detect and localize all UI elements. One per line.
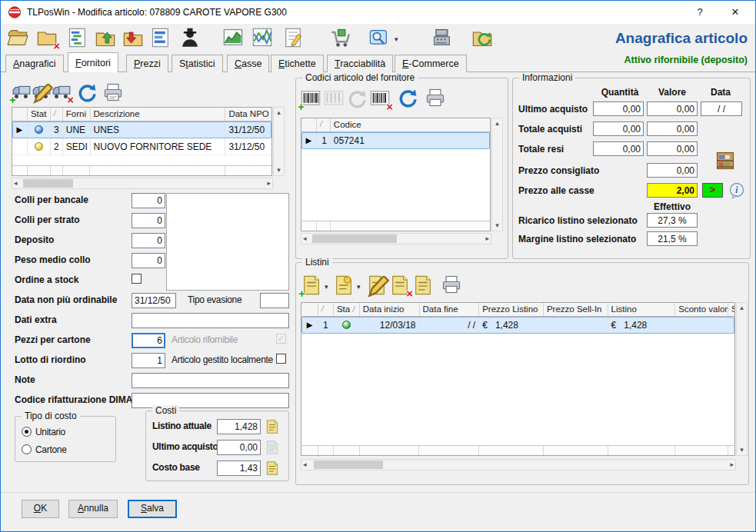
notes-pad-icon[interactable] [282,27,304,48]
margine-field[interactable] [647,231,698,246]
col-data-inizio[interactable]: Data inizio [360,303,420,316]
dati-extra-field[interactable] [132,313,289,328]
col-sconto-valore[interactable]: Sconto valore [675,303,728,316]
col-codici-sort[interactable]: / [317,118,331,131]
bars-list-icon[interactable] [150,27,172,48]
edit-listino-icon[interactable] [366,274,388,296]
ordine-stock-checkbox[interactable] [132,274,142,284]
col-sort[interactable]: / [51,108,63,121]
delete-listino-icon[interactable]: × [389,274,411,296]
search-zoom-icon[interactable] [368,27,390,48]
suppliers-hscroll[interactable]: ◂▸ [12,178,273,189]
supplier-spy-icon[interactable] [179,27,201,48]
add-listino-icon[interactable]: + [301,274,322,296]
delete-barcode-icon[interactable]: × [369,88,391,109]
listino-attuale-note-icon[interactable] [265,419,280,434]
ultimo-acquisto-date-field[interactable] [701,101,742,116]
prezzo-casse-field[interactable] [647,183,698,198]
extra-listbox[interactable] [166,193,289,291]
supplier-row-selected[interactable]: ▶ 3 UNE UNES 31/12/50 [12,121,271,138]
ultimo-acquisto-qty-field[interactable] [593,101,644,116]
col-forni[interactable]: Forni [63,108,91,121]
totale-resi-val-field[interactable] [647,141,698,156]
col-stat[interactable]: Stat [28,108,51,121]
print-codici-icon[interactable] [425,87,446,108]
tipo-evasione-field[interactable] [260,293,289,308]
tab-statistici[interactable]: Statistici [172,55,223,72]
col-sta[interactable]: Sta / [334,303,360,316]
totale-acquisti-qty-field[interactable] [593,121,644,136]
print-listini-icon[interactable] [441,274,462,295]
import-folder-icon[interactable] [95,27,116,48]
listini-hscroll[interactable]: ◂▸ [301,459,736,470]
ultimo-acquisto-val-field[interactable] [647,101,698,116]
col-data-fine[interactable]: Data fine [420,303,480,316]
listino-row-selected[interactable]: ▶ 1 12/03/18 / / € 1,428 € 1,428 [301,317,734,334]
planning-list-icon[interactable] [67,27,88,48]
col-descrizione[interactable]: Descrizione [91,108,226,121]
listino-attuale-field[interactable] [217,419,261,434]
articolo-locale-checkbox[interactable] [276,354,286,364]
col-listino[interactable]: Listino [608,303,676,316]
prezzo-consigliato-field[interactable] [647,163,698,178]
tab-casse[interactable]: Casse [227,55,269,72]
costo-base-note-icon[interactable] [265,461,280,476]
codici-vscroll[interactable]: ▴▾ [491,118,503,231]
lotto-riordino-field[interactable] [132,353,165,368]
search-dropdown-icon[interactable]: ▾ [395,35,398,43]
annulla-button[interactable]: Annulla [68,500,118,518]
listini-vscroll[interactable]: ▴▾ [736,302,748,456]
costo-base-field[interactable] [217,461,261,476]
cartone-radio[interactable] [22,444,32,454]
close-button[interactable]: ✕ [718,1,752,24]
tab-tracciabilita[interactable]: Tracciabilità [327,55,393,72]
supplier-row[interactable]: 2 SEDI NUOVO FORNITORE SEDE 31/12/50 [12,138,271,155]
totale-resi-qty-field[interactable] [593,141,644,156]
shopping-cart-icon[interactable] [330,27,351,48]
prezzo-casse-go-button[interactable]: > [702,183,723,198]
stats-chart-icon[interactable] [222,27,244,48]
suppliers-vscroll[interactable]: ▴▾ [273,107,285,176]
shelf-icon[interactable] [714,150,736,171]
tab-prezzi[interactable]: Prezzi [126,55,168,72]
edit-supplier-truck-icon[interactable] [32,82,52,102]
add-supplier-truck-icon[interactable]: + [12,82,32,102]
new-listino-dropdown-icon[interactable]: ▾ [357,283,361,291]
cash-register-icon[interactable] [431,27,453,48]
open-folder-icon[interactable] [7,27,28,48]
ok-button[interactable]: OK [22,500,59,518]
tab-etichette[interactable]: Etichette [271,55,324,72]
new-listino-icon[interactable] [333,274,355,296]
add-listino-dropdown-icon[interactable]: ▾ [325,283,328,291]
tab-ecommerce[interactable]: E-Commerce [395,55,467,72]
colli-bancale-field[interactable] [132,193,165,208]
analysis-chart-icon[interactable] [251,27,273,48]
salva-button[interactable]: Salva [128,500,177,518]
codice-row-selected[interactable]: ▶ 1 057241 [301,132,490,149]
help-button[interactable]: ? [683,1,717,24]
note-field[interactable] [132,373,289,388]
col-data-npo[interactable]: Data NPO [225,108,271,121]
col-prezzo-sellin[interactable]: Prezzo Sell-In [544,303,608,316]
peso-medio-field[interactable] [132,253,165,268]
col-truncated[interactable]: S [728,303,734,316]
delete-supplier-truck-icon[interactable]: × [52,82,72,102]
pezzi-cartone-field[interactable] [132,333,165,348]
info-icon[interactable]: i [728,182,745,199]
copy-listino-icon[interactable] [412,274,434,296]
refresh-suppliers-icon[interactable] [76,81,98,103]
add-barcode-icon[interactable]: + [300,88,321,109]
print-suppliers-icon[interactable] [102,81,124,103]
col-prezzo-listino[interactable]: Prezzo Listino [479,303,544,316]
ultimo-acquisto-costo-field[interactable] [217,440,261,455]
export-folder-icon[interactable] [122,27,144,48]
delete-folder-icon[interactable]: × [36,27,58,48]
colli-strato-field[interactable] [132,213,165,228]
tab-fornitori[interactable]: Fornitori [68,52,118,72]
deposito-field[interactable] [132,233,165,248]
totale-acquisti-val-field[interactable] [647,121,698,136]
codici-hscroll[interactable]: ◂▸ [301,233,491,244]
unitario-radio[interactable] [22,427,32,437]
sync-folder-icon[interactable] [471,27,493,48]
data-npo-field[interactable] [132,293,176,308]
